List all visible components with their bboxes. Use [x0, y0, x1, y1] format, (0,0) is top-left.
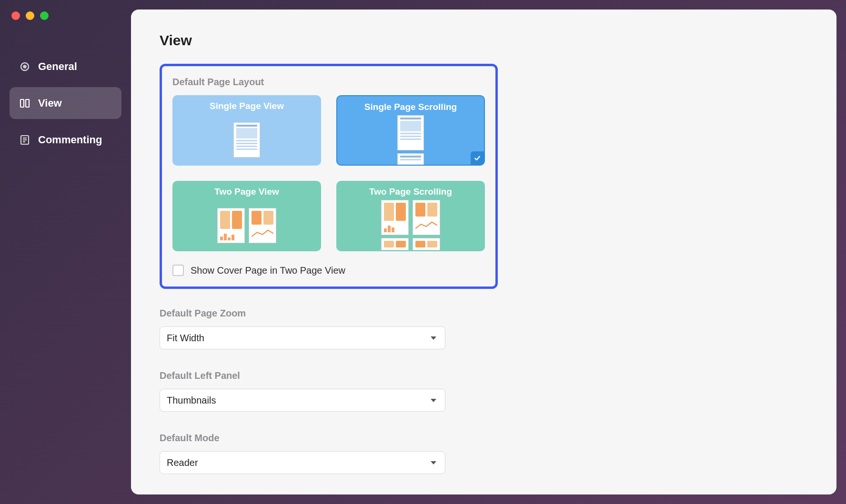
chevron-down-icon: [431, 336, 436, 340]
layout-options-grid: Single Page View Single Page Scrolling: [172, 95, 485, 251]
note-icon: [19, 134, 30, 146]
select-value: Thumbnails: [167, 395, 216, 406]
window-minimize-button[interactable]: [26, 11, 34, 20]
default-left-panel-select[interactable]: Thumbnails: [160, 389, 445, 412]
svg-rect-3: [26, 99, 29, 107]
single-page-scroll-thumb-icon: [337, 112, 484, 166]
two-page-scroll-thumb-icon: [336, 197, 485, 251]
preferences-window: General View: [0, 0, 846, 504]
layout-option-two-page-view[interactable]: Two Page View: [172, 181, 321, 251]
show-cover-page-row: Show Cover Page in Two Page View: [172, 265, 485, 276]
layout-option-single-page-view[interactable]: Single Page View: [172, 95, 321, 166]
two-page-thumb-icon: [172, 197, 321, 251]
selected-check-icon: [471, 151, 484, 165]
sidebar-item-label: View: [38, 97, 62, 109]
layout-option-label: Two Page Scrolling: [369, 187, 452, 197]
layout-option-label: Two Page View: [214, 187, 279, 197]
content-panel: View Default Page Layout Single Page Vie…: [131, 10, 836, 494]
select-value: Reader: [167, 457, 198, 468]
sidebar-item-label: Commenting: [38, 134, 102, 146]
section-heading-left-panel: Default Left Panel: [160, 370, 445, 381]
gear-icon: [19, 61, 30, 72]
default-mode-section: Default Mode Reader: [160, 433, 445, 474]
window-controls: [0, 10, 131, 20]
sidebar-nav: General View: [0, 50, 131, 156]
page-title: View: [160, 32, 808, 49]
sidebar-item-commenting[interactable]: Commenting: [10, 124, 121, 156]
show-cover-page-checkbox[interactable]: [172, 265, 184, 276]
default-page-layout-section: Default Page Layout Single Page View: [160, 64, 498, 289]
chevron-down-icon: [431, 461, 436, 464]
sidebar-item-label: General: [38, 60, 77, 73]
section-heading-mode: Default Mode: [160, 433, 445, 444]
sidebar: General View: [0, 0, 131, 504]
default-page-zoom-section: Default Page Zoom Fit Width: [160, 308, 445, 349]
layout-option-label: Single Page Scrolling: [364, 102, 457, 112]
section-heading-zoom: Default Page Zoom: [160, 308, 445, 319]
default-page-zoom-select[interactable]: Fit Width: [160, 326, 445, 349]
show-cover-page-label: Show Cover Page in Two Page View: [191, 265, 345, 276]
default-left-panel-section: Default Left Panel Thumbnails: [160, 370, 445, 412]
columns-icon: [19, 98, 30, 109]
layout-option-single-page-scrolling[interactable]: Single Page Scrolling: [336, 95, 485, 166]
svg-rect-2: [20, 99, 24, 107]
window-zoom-button[interactable]: [40, 11, 49, 20]
layout-option-two-page-scrolling[interactable]: Two Page Scrolling: [336, 181, 485, 251]
single-page-thumb-icon: [172, 111, 321, 166]
chevron-down-icon: [431, 399, 436, 402]
default-mode-select[interactable]: Reader: [160, 451, 445, 474]
window-close-button[interactable]: [11, 11, 20, 20]
svg-point-1: [24, 65, 26, 68]
sidebar-item-view[interactable]: View: [10, 87, 121, 119]
section-heading-layout: Default Page Layout: [172, 77, 485, 88]
layout-option-label: Single Page View: [210, 101, 284, 111]
sidebar-item-general[interactable]: General: [10, 50, 121, 82]
select-value: Fit Width: [167, 333, 204, 344]
